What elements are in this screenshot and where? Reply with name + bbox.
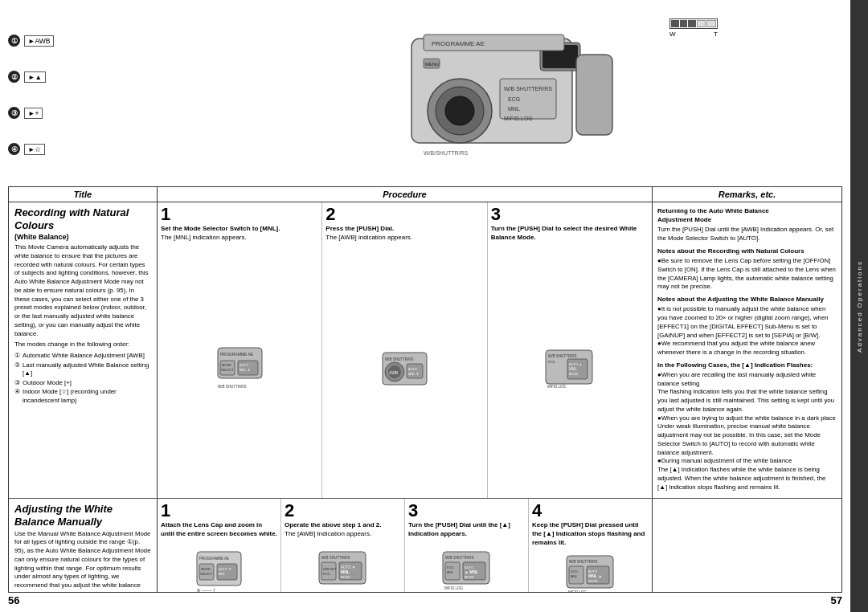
svg-text:MODE: MODE [341,575,350,579]
svg-text:MNL: MNL [508,106,520,112]
step-m1-svg: PROGRAMME AE AUTO ▼ MNL MODE SELECT W ——… [193,548,245,593]
label-4: ►☆ [24,144,45,155]
list-text-2: Last manually adjusted White Balance set… [23,361,151,378]
step-4-manual: 4 Keep the [PUSH] Dial pressed until the… [529,499,652,593]
svg-text:▲ MNL: ▲ MNL [465,569,478,574]
page-wrapper: ① ►AWB ② ►▲ ③ ►+ [0,0,868,612]
step-desc-3: Turn the [PUSH] Dial to select the desir… [491,225,649,243]
circle-2: ② [8,71,20,83]
svg-text:MODE: MODE [569,372,579,376]
row-manual-wb: Adjusting the White Balance Manually Use… [9,499,841,593]
svg-text:ECG: ECG [548,360,555,364]
circle-3: ③ [8,107,20,119]
step-m3-svg: W/B SHUTTR/RS AUTO ▲ MNL MODE ECG MNL M/… [440,548,493,593]
step2-cam-svg: W/B SHUTTR/RS AWB AUTO MNL ▼ [379,346,431,394]
section-heading-2: Adjusting the White Balance Manually [14,503,151,528]
step-m4-svg: W/B SHUTTR/RS AUTO MNL ▲ MODE ECG MNL M/… [564,552,616,593]
rem-heading-notes1: Notes about the Recording with Natural C… [657,247,837,255]
svg-text:PROGRAMME AE: PROGRAMME AE [432,40,485,47]
svg-text:ECG: ECG [508,96,520,102]
svg-text:ECG: ECG [447,565,454,569]
step-num-1: 1 [161,206,318,223]
procedure-natural-colours: 1 Set the Mode Selector Switch to [MNL].… [158,202,653,498]
svg-text:W/B SHUTTER/RS: W/B SHUTTER/RS [504,86,552,92]
side-tab: Advanced Operations [850,0,868,612]
step-3-natural: 3 Turn the [PUSH] Dial to select the des… [488,202,652,498]
svg-rect-13 [576,55,612,135]
page-num-left: 56 [8,594,19,606]
svg-text:MNL: MNL [569,367,577,371]
num-item-2: ② ►▲ [8,71,125,83]
circle-1: ① [8,35,20,47]
step-num-3: 3 [491,206,649,223]
label-4-text: ►☆ [28,145,41,153]
zoom-t-label: T [714,31,718,38]
rem-heading-flashes: In the Following Cases, the [▲] Indicati… [657,361,837,369]
step-img-3: W/B SHUTTR/RS ECG AUTO ▲ MNL MODE M/F/D.… [491,245,649,496]
header-rem-text: Remarks, etc. [719,190,776,199]
step-num-m2: 2 [285,502,401,520]
svg-text:AUTO: AUTO [240,363,248,367]
step-img-m2: W/B SHUTTR/RS AUTO ▼ MNL MODE W/B SHT EC… [285,541,401,593]
step-img-2: W/B SHUTTR/RS AWB AUTO MNL ▼ [326,245,483,496]
svg-text:PROGRAMME AE: PROGRAMME AE [220,352,254,357]
list-text-1: Automatic White Balance Adjustment [AWB] [23,352,145,361]
step1-cam-svg: PROGRAMME AE AUTO MNL ▼ MODE SELECT W/B … [214,346,266,394]
svg-text:MNL: MNL [571,574,578,578]
svg-text:MODE: MODE [465,575,474,579]
label-3-text: ►+ [28,109,39,117]
svg-text:SELECT: SELECT [200,572,213,576]
label-1: ►AWB [24,35,54,47]
label-2-text: ►▲ [28,73,42,81]
numbered-list: ① ►AWB ② ►▲ ③ ►+ [8,6,125,183]
zoom-labels: W T [669,31,718,38]
list-text-4: Indoor Mode [☆] (recording under incande… [23,388,151,405]
step-desc-m3: Turn the [PUSH] Dial until the [▲] Indic… [408,521,525,539]
svg-text:W/B SHUTTR/RS: W/B SHUTTR/RS [569,560,598,564]
svg-rect-57 [321,562,336,580]
rem-body-flashes: ●When you are recalling the last manuall… [657,371,837,492]
rem-body-auto: Turn the [PUSH] Dial until the [AWB] Ind… [657,226,837,243]
svg-text:W/B/SHUTTR/RS: W/B/SHUTTR/RS [424,150,469,156]
svg-text:MNL: MNL [341,569,350,574]
label-1-text: ►AWB [28,37,50,45]
header-title-text: Title [74,190,92,199]
step-1-manual: 1 Attach the Lens Cap and zoom in until … [158,499,281,593]
step-1-natural: 1 Set the Mode Selector Switch to [MNL].… [158,202,322,498]
num-item-4: ④ ►☆ [8,143,125,155]
svg-text:AUTO ▲: AUTO ▲ [569,362,582,366]
num-item-3: ③ ►+ [8,107,125,119]
svg-text:W/B SHUTTR/RS: W/B SHUTTR/RS [385,357,414,361]
top-area: ① ►AWB ② ►▲ ③ ►+ [8,6,842,183]
title-manual-wb: Adjusting the White Balance Manually Use… [9,499,158,593]
step-img-m4: W/B SHUTTR/RS AUTO MNL ▲ MODE ECG MNL M/… [532,550,649,593]
list-item-2: ② Last manually adjusted White Balance s… [14,361,151,378]
instruction-table: Title Procedure Remarks, etc. Recording … [8,186,842,593]
step-num-2: 2 [326,206,483,223]
table-header: Title Procedure Remarks, etc. [9,187,841,202]
procedure-manual-wb: 1 Attach the Lens Cap and zoom in until … [158,499,653,593]
step-img-m3: W/B SHUTTR/RS AUTO ▲ MNL MODE ECG MNL M/… [408,541,525,593]
svg-text:M/F/D.LOG: M/F/D.LOG [547,385,567,389]
svg-text:MNL ▲: MNL ▲ [588,573,602,578]
svg-text:MODE: MODE [201,567,211,571]
camera-diagram: W T PROGRAMME AE [125,6,842,183]
label-2: ►▲ [24,71,46,83]
step-desc-2: Press the [PUSH] Dial.The [AWB] indicati… [326,225,483,243]
svg-point-3 [445,96,474,125]
rem-body-notes1: ●Be sure to remove the Lens Cap before s… [657,257,837,292]
step-num-m3: 3 [408,502,525,520]
svg-text:M/F/D.LOG: M/F/D.LOG [444,586,464,590]
svg-text:ECG: ECG [571,569,578,573]
svg-text:MNL: MNL [219,572,226,576]
svg-text:W/B SHUTTR/RS: W/B SHUTTR/RS [218,385,247,389]
section-subheading-1: (White Balance) [14,233,151,241]
side-tab-text: Advanced Operations [856,260,863,353]
step-desc-1: Set the Mode Selector Switch to [MNL].Th… [161,225,318,243]
row-natural-colours: Recording with Natural Colours (White Ba… [9,202,841,499]
svg-rect-31 [407,364,423,378]
svg-text:MODE: MODE [222,363,231,367]
table-body: Recording with Natural Colours (White Ba… [9,202,841,593]
header-procedure: Procedure [158,187,653,202]
remarks-manual-wb [653,499,841,593]
